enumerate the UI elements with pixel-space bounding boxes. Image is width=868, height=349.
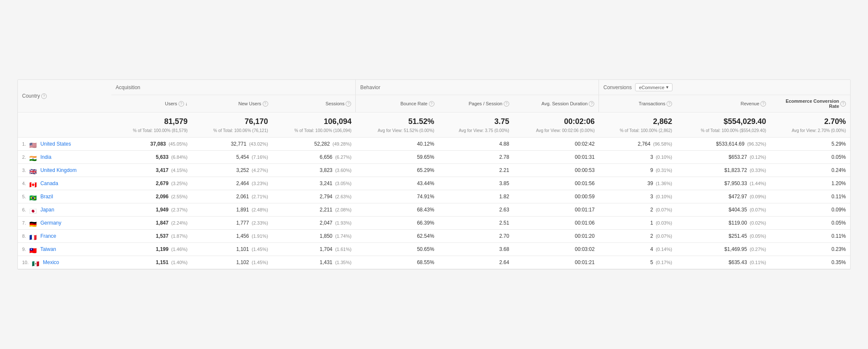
transactions-col-label: Transactions	[639, 101, 666, 106]
ecommerce-dropdown[interactable]: eCommerce ▾	[635, 83, 672, 91]
totals-transactions-main: 2,862	[603, 116, 672, 127]
sessions-cell: 1,850 (1.74%)	[272, 230, 356, 243]
revenue-cell: $119.00 (0.02%)	[676, 217, 770, 230]
table-row: 2. 🇮🇳 India 5,633 (6.84%)5,454 (7.16%)6,…	[18, 151, 850, 164]
country-link[interactable]: United Kingdom	[40, 167, 77, 173]
country-link[interactable]: Canada	[40, 180, 58, 186]
sessions-cell: 2,047 (1.93%)	[272, 217, 356, 230]
new-users-cell: 5,454 (7.16%)	[192, 151, 272, 164]
table-row: 8. 🇫🇷 France 1,537 (1.87%)1,456 (1.91%)1…	[18, 230, 850, 243]
pages-session-header: Pages / Session ?	[439, 95, 513, 113]
behavior-section-header: Behavior	[356, 80, 599, 95]
transactions-pct: (0.03%)	[656, 220, 672, 225]
revenue-cell: $1,823.72 (0.33%)	[676, 164, 770, 177]
transactions-pct: (0.07%)	[656, 207, 672, 212]
sessions-col-label: Sessions	[326, 101, 345, 106]
users-pct: (2.24%)	[171, 220, 188, 225]
country-link[interactable]: Japan	[40, 207, 54, 213]
revenue-pct: (0.33%)	[750, 168, 766, 173]
behavior-label: Behavior	[360, 84, 380, 90]
country-flag: 🇨🇦	[29, 181, 37, 186]
sessions-info-icon[interactable]: ?	[346, 101, 351, 107]
sessions-header: Sessions ?	[272, 95, 356, 113]
transactions-cell: 5 (0.17%)	[599, 256, 676, 269]
users-cell: 2,679 (3.25%)	[111, 177, 192, 190]
sessions-cell: 6,656 (6.27%)	[272, 151, 356, 164]
new-users-pct: (2.48%)	[252, 207, 268, 212]
country-cell: 4. 🇨🇦 Canada	[18, 177, 111, 190]
pages-session-cell: 2.78	[439, 151, 513, 164]
country-section-header: Country ?	[18, 80, 111, 113]
new-users-pct: (2.33%)	[252, 220, 268, 225]
country-link[interactable]: United States	[40, 141, 71, 147]
country-cell: 5. 🇧🇷 Brazil	[18, 190, 111, 203]
users-value: 5,633	[156, 154, 168, 160]
row-number: 9.	[22, 247, 26, 252]
pages-session-info-icon[interactable]: ?	[504, 101, 509, 107]
country-link[interactable]: Germany	[40, 220, 61, 226]
transactions-pct: (96.58%)	[653, 141, 672, 146]
transactions-cell: 3 (0.10%)	[599, 151, 676, 164]
transactions-pct: (1.36%)	[656, 181, 672, 186]
avg-session-duration-cell: 00:01:20	[513, 230, 599, 243]
sessions-cell: 3,823 (3.60%)	[272, 164, 356, 177]
new-users-pct: (1.45%)	[252, 260, 268, 265]
revenue-info-icon[interactable]: ?	[760, 101, 766, 107]
revenue-cell: $404.35 (0.07%)	[676, 203, 770, 217]
new-users-cell: 1,101 (1.45%)	[192, 243, 272, 256]
users-sort-icon[interactable]: ↓	[185, 101, 188, 106]
ecommerce-rate-col-label: Ecommerce Conversion Rate	[774, 99, 839, 109]
country-link[interactable]: France	[40, 233, 56, 239]
revenue-pct: (0.12%)	[750, 155, 766, 160]
country-label: Country	[22, 93, 40, 99]
country-link[interactable]: Taiwan	[40, 246, 56, 252]
users-cell: 2,096 (2.55%)	[111, 190, 192, 203]
avg-session-duration-col-label: Avg. Session Duration	[542, 101, 588, 106]
bounce-rate-col-label: Bounce Rate	[400, 101, 428, 106]
country-link[interactable]: Brazil	[40, 194, 53, 200]
analytics-table-container: Country ? Acquisition Behavior Conversio…	[17, 79, 851, 270]
sessions-pct: (2.08%)	[335, 207, 352, 212]
country-cell: 3. 🇬🇧 United Kingdom	[18, 164, 111, 177]
new-users-info-icon[interactable]: ?	[263, 101, 268, 107]
ecommerce-rate-cell: 0.05%	[770, 151, 850, 164]
country-link[interactable]: Mexico	[43, 259, 59, 265]
avg-session-duration-cell: 00:00:59	[513, 190, 599, 203]
avg-session-duration-cell: 00:01:17	[513, 203, 599, 217]
section-header-row: Country ? Acquisition Behavior Conversio…	[18, 80, 850, 95]
country-cell: 7. 🇩🇪 Germany	[18, 217, 111, 230]
totals-sessions-cell: 106,094 % of Total: 100.00% (106,094)	[272, 113, 356, 138]
totals-avg-session-duration-cell: 00:02:06 Avg for View: 00:02:06 (0.00%)	[513, 113, 599, 138]
sessions-cell: 1,704 (1.61%)	[272, 243, 356, 256]
transactions-cell: 2,764 (96.58%)	[599, 138, 676, 151]
totals-transactions-sub: % of Total: 100.00% (2,862)	[603, 127, 672, 134]
pages-session-cell: 2.21	[439, 164, 513, 177]
country-flag: 🇹🇼	[29, 247, 37, 252]
country-info-icon[interactable]: ?	[41, 93, 47, 99]
avg-session-duration-info-icon[interactable]: ?	[589, 101, 594, 107]
ecommerce-rate-cell: 0.23%	[770, 243, 850, 256]
users-value: 1,199	[156, 246, 168, 252]
country-flag: 🇬🇧	[29, 168, 37, 173]
revenue-cell: $1,469.95 (0.27%)	[676, 243, 770, 256]
totals-sessions-main: 106,094	[277, 116, 352, 127]
country-link[interactable]: India	[40, 154, 51, 160]
bounce-rate-info-icon[interactable]: ?	[429, 101, 434, 107]
transactions-cell: 1 (0.03%)	[599, 217, 676, 230]
transactions-info-icon[interactable]: ?	[667, 101, 672, 107]
bounce-rate-cell: 65.29%	[356, 164, 439, 177]
avg-session-duration-cell: 00:01:21	[513, 256, 599, 269]
totals-users-main: 81,579	[116, 116, 187, 127]
users-pct: (1.46%)	[171, 247, 188, 252]
sessions-pct: (2.63%)	[335, 194, 352, 199]
transactions-cell: 3 (0.10%)	[599, 190, 676, 203]
pages-session-cell: 4.88	[439, 138, 513, 151]
totals-transactions-cell: 2,862 % of Total: 100.00% (2,862)	[599, 113, 676, 138]
conversions-section-header: Conversions eCommerce ▾	[599, 80, 850, 95]
bounce-rate-cell: 43.44%	[356, 177, 439, 190]
revenue-header: Revenue ?	[676, 95, 770, 113]
revenue-pct: (96.32%)	[747, 141, 766, 146]
ecommerce-rate-info-icon[interactable]: ?	[840, 101, 846, 107]
users-info-icon[interactable]: ?	[179, 101, 184, 107]
sessions-cell: 3,241 (3.05%)	[272, 177, 356, 190]
